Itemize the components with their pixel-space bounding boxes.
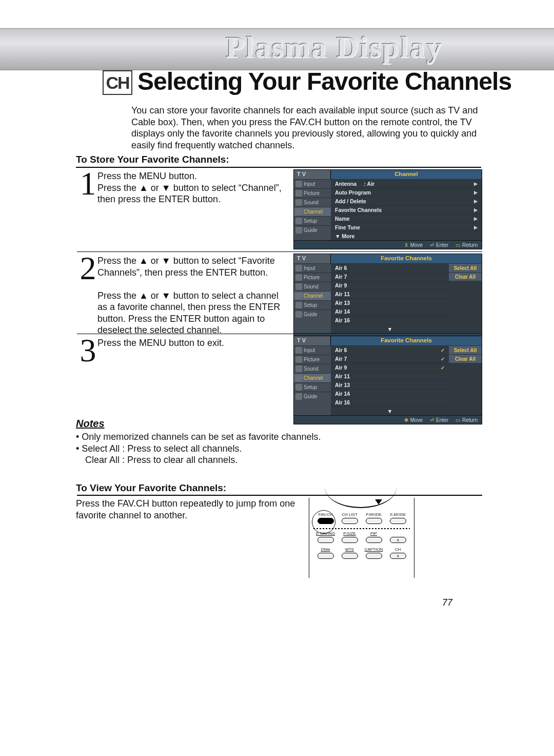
osd-channel-row[interactable]: Air 16 [331,316,449,324]
esaving-button[interactable] [318,537,334,543]
caption-button[interactable] [366,553,382,559]
osd-sidebar-icon [295,274,302,281]
view-text: Press the FAV.CH button repeatedly to ju… [76,498,296,521]
step-number: 3 [77,337,96,363]
pip-button[interactable] [366,537,382,543]
osd-tv-label: T V [294,336,331,345]
osd-sidebar-icon [295,302,302,308]
osd-sidebar-item[interactable]: Input [294,345,331,355]
osd-panel-channel: T VChannel InputPictureSoundChannelSetup… [293,169,482,249]
remote-label: PIP [363,531,385,536]
osd-sidebar-icon [295,199,302,206]
favch-highlight-circle [312,510,335,534]
ch-up-button[interactable]: ∧ [390,537,406,543]
remote-row-3: DNIe MTS CAPTION CH∨ [313,547,410,562]
osd-channel-row[interactable]: Air 11 [331,372,449,380]
osd-channel-row[interactable]: Air 14 [331,307,449,316]
step-text: Press the MENU button. Press the ▲ or ▼ … [97,170,287,205]
osd-panel-favorite-checked: T VFavorite Channels InputPictureSoundCh… [293,336,482,424]
osd-footer: ✥Move ⏎Enter ▭Return [294,415,482,424]
osd-select-all-button[interactable]: Select All [449,345,482,354]
osd-sidebar-item[interactable]: Picture [294,273,331,282]
osd-clear-all-button[interactable]: Clear All [449,354,482,363]
svg-marker-0 [375,499,382,505]
osd-channel-row[interactable]: Air 9✓ [331,363,449,372]
osd-menu-row[interactable]: Favorite Channels▶ [331,205,482,214]
osd-menu-row[interactable]: Auto Program▶ [331,188,482,197]
osd-sidebar-item[interactable]: Guide [294,309,331,319]
ch-down-button[interactable]: ∨ [390,553,406,559]
osd-sidebar-item[interactable]: Channel [294,373,331,382]
remote-row-2: E.SAVING P.SIZE PIP ∧ [313,531,410,546]
osd-more-arrow: ▼ [331,406,449,415]
osd-menu-row[interactable]: ▼ More [331,231,482,240]
osd-sidebar-icon [295,347,302,354]
osd-menu-row[interactable]: Fine Tune▶ [331,223,482,231]
page-title: Selecting Your Favorite Channels [137,67,511,95]
pmode-button[interactable] [366,518,382,524]
osd-sidebar-item[interactable]: Sound [294,282,331,291]
intro-paragraph: You can store your favorite channels for… [131,105,485,151]
osd-sidebar-item[interactable]: Guide [294,225,331,235]
osd-channel-row[interactable]: Air 13 [331,380,449,389]
notes-list: Only memorized channels can be set as fa… [76,431,456,466]
osd-channel-row[interactable]: Air 13 [331,298,449,307]
osd-title: Favorite Channels [331,336,482,345]
osd-channel-row[interactable]: Air 6 [331,263,449,272]
osd-sidebar-item[interactable]: Sound [294,198,331,207]
remote-label: S.MODE [387,512,409,517]
step-text: Press the ▲ or ▼ button to select “Favor… [97,255,287,336]
osd-sidebar-item[interactable]: Guide [294,392,331,401]
remote-control: FAV.CH CH LIST P.MODE S.MODE E.SAVING P.… [309,498,414,578]
osd-channel-row[interactable]: Air 9 [331,281,449,289]
osd-sidebar-icon [295,265,302,272]
osd-channel-row[interactable]: Air 16 [331,398,449,406]
osd-menu-row[interactable]: Antenna : Air▶ [331,179,482,188]
osd-sidebar-icon [295,218,302,224]
step-text: Press the MENU button to exit. [97,337,287,349]
mts-button[interactable] [342,553,358,559]
heading-rule [77,495,482,496]
dnie-button[interactable] [318,553,334,559]
osd-sidebar-icon [295,356,302,363]
osd-channel-row[interactable]: Air 14 [331,389,449,398]
osd-sidebar-item[interactable]: Setup [294,382,331,392]
osd-select-all-button[interactable]: Select All [449,263,482,272]
remote-label: MTS [339,547,361,552]
step-number: 2 [77,255,96,281]
osd-sidebar-item[interactable]: Picture [294,355,331,364]
osd-tv-label: T V [294,254,331,263]
osd-sidebar-icon [295,311,302,318]
osd-sidebar-item[interactable]: Picture [294,188,331,198]
osd-sidebar-item[interactable]: Setup [294,300,331,309]
osd-sidebar-item[interactable]: Sound [294,364,331,373]
osd-sidebar-item[interactable]: Input [294,179,331,188]
osd-sidebar: InputPictureSoundChannelSetupGuide [294,263,331,333]
osd-channel-row[interactable]: Air 6✓ [331,345,449,354]
remote-label: DNIe [314,547,337,552]
heading-rule [76,167,481,168]
chlist-button[interactable] [342,518,358,524]
osd-sidebar-icon [295,283,302,290]
osd-sidebar-icon [295,181,302,187]
osd-sidebar-item[interactable]: Setup [294,216,331,225]
osd-channel-row[interactable]: Air 11 [331,289,449,298]
osd-channel-row[interactable]: Air 7 [331,272,449,281]
osd-channel-row[interactable]: Air 7✓ [331,354,449,363]
osd-panel-favorite-unchecked: T VFavorite Channels InputPictureSoundCh… [293,254,482,342]
osd-list: Air 6Air 7Air 9Air 11Air 13Air 14Air 16▼ [331,263,449,333]
view-heading: To View Your Favorite Channels: [76,482,226,494]
osd-sidebar-icon [295,227,302,234]
osd-clear-all-button[interactable]: Clear All [449,272,482,281]
remote-label: P.SIZE [339,531,361,536]
osd-menu-row[interactable]: Add / Delete▶ [331,197,482,205]
psize-button[interactable] [342,537,358,543]
smode-button[interactable] [390,518,406,524]
osd-sidebar-item[interactable]: Channel [294,291,331,300]
osd-sidebar-item[interactable]: Channel [294,207,331,216]
step-number: 1 [77,170,96,197]
osd-footer: ⇕Move ⏎Enter ▭Return [294,240,482,249]
osd-sidebar-item[interactable]: Input [294,263,331,273]
step-3: 3 Press the MENU button to exit. [77,337,287,363]
osd-menu-row[interactable]: Name▶ [331,214,482,223]
